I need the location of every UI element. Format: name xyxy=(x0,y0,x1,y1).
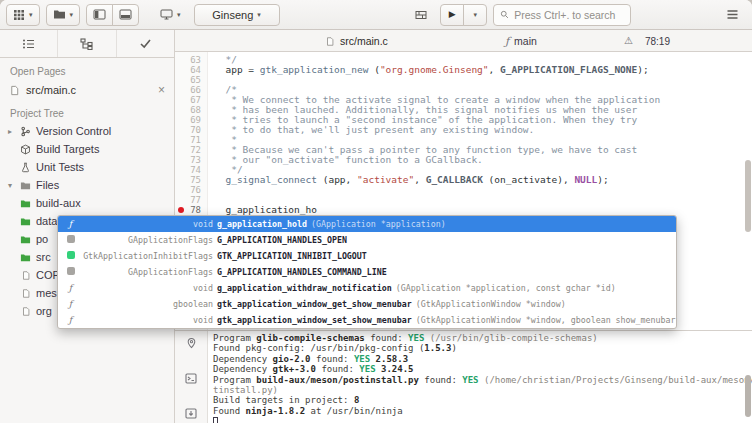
line-number[interactable]: 66 xyxy=(175,85,208,95)
search-input[interactable] xyxy=(514,9,624,21)
code-line[interactable]: 75 g_signal_connect (app, "activate", G_… xyxy=(175,175,752,185)
code-line[interactable]: 76 xyxy=(175,185,752,195)
builder-window: ▾ ▾ ▾ Ginseng ▾ xyxy=(0,0,752,423)
function-icon: ƒ xyxy=(505,35,509,48)
completion-item[interactable]: ƒgbooleangtk_application_window_get_show… xyxy=(58,296,676,312)
line-number[interactable]: 64 xyxy=(175,65,208,75)
open-document-button[interactable]: ▾ xyxy=(46,4,81,26)
completion-item[interactable]: GApplicationFlagsG_APPLICATION_HANDLES_O… xyxy=(58,232,676,248)
code-line[interactable]: 73 * our "on_activate" function to a GCa… xyxy=(175,155,752,165)
flags-icon xyxy=(64,251,77,261)
panel-scrollbar[interactable] xyxy=(745,375,751,417)
toggle-bottom-panel-button[interactable] xyxy=(112,4,139,26)
line-number[interactable]: 63 xyxy=(175,55,208,65)
text-cursor xyxy=(213,417,218,423)
run-config-group: ▾ Ginseng ▾ xyxy=(153,4,280,26)
cursor-position: 78:19 xyxy=(645,36,670,47)
location-pin-icon xyxy=(186,337,197,349)
project-tree-label: Project Tree xyxy=(0,100,174,122)
search-icon xyxy=(500,9,509,20)
line-number[interactable]: 70 xyxy=(175,125,208,135)
error-diagnostic-dot xyxy=(178,207,184,213)
build-output[interactable]: Program glib-compile-schemas found: YES … xyxy=(208,331,752,423)
tree-item-build-targets[interactable]: Build Targets xyxy=(0,140,174,158)
bottom-panel: Program glib-compile-schemas found: YES … xyxy=(175,330,752,423)
line-number[interactable]: 76 xyxy=(175,185,208,195)
completion-name: g_application_withdraw_notification xyxy=(217,283,392,293)
chevron-down-icon: ▾ xyxy=(5,181,15,190)
completion-return-type: gboolean xyxy=(81,299,213,309)
function-icon: ƒ xyxy=(64,283,77,293)
panel-tab-build-log[interactable] xyxy=(185,407,197,422)
sidebar-tab-checks[interactable] xyxy=(117,30,174,57)
file-icon xyxy=(19,306,32,317)
run-button[interactable]: ▶ xyxy=(440,4,464,26)
pages-grid-button[interactable]: ▾ xyxy=(6,4,40,26)
menu-button[interactable] xyxy=(719,4,746,26)
completion-item[interactable]: ƒvoidg_application_hold (GApplication *a… xyxy=(58,216,676,232)
close-page-icon[interactable]: × xyxy=(158,84,165,96)
line-number[interactable]: 65 xyxy=(175,75,208,85)
terminal-icon xyxy=(185,373,197,384)
completion-item[interactable]: ƒvoidgtk_application_window_set_show_men… xyxy=(58,312,676,328)
symbol-breadcrumb[interactable]: ƒ main xyxy=(505,30,537,52)
panel-toggles xyxy=(86,4,139,26)
completion-item[interactable]: GtkApplicationInhibitFlagsGTK_APPLICATIO… xyxy=(58,248,676,264)
tree-item-label: Build Targets xyxy=(36,143,99,155)
omnibar-button[interactable]: Ginseng ▾ xyxy=(194,4,280,26)
line-number[interactable]: 78 xyxy=(175,205,208,215)
device-button[interactable]: ▾ xyxy=(153,4,188,26)
header-bar: ▾ ▾ ▾ Ginseng ▾ xyxy=(0,0,752,30)
panel-tab-messages[interactable] xyxy=(186,337,197,352)
line-number[interactable]: 71 xyxy=(175,135,208,145)
panel-tab-terminal[interactable] xyxy=(185,372,197,387)
tree-item-unit-tests[interactable]: Unit Tests xyxy=(0,158,174,176)
run-options-button[interactable]: ▾ xyxy=(463,4,487,26)
tree-item-label: src xyxy=(36,251,51,263)
sidebar-tab-tree[interactable] xyxy=(58,30,116,57)
tree-item-label: Files xyxy=(36,179,59,191)
caret-down-icon: ▾ xyxy=(473,11,477,18)
tree-item-files[interactable]: ▾Files xyxy=(0,176,174,194)
open-page-item[interactable]: src/main.c × xyxy=(0,80,174,100)
tree-item-label: build-aux xyxy=(36,197,81,209)
code-line[interactable]: 78 g_application_ho xyxy=(175,205,752,215)
flags-icon xyxy=(64,267,77,277)
code-lines: 63 */64 app = gtk_application_new ("org.… xyxy=(175,55,752,215)
line-number[interactable]: 75 xyxy=(175,175,208,185)
bottom-panel-icon xyxy=(119,9,132,20)
branch-icon xyxy=(19,126,32,137)
project-tree: ▸Version ControlBuild TargetsUnit Tests▾… xyxy=(0,122,174,194)
line-number[interactable]: 77 xyxy=(175,195,208,205)
completion-popup[interactable]: ƒvoidg_application_hold (GApplication *a… xyxy=(57,215,677,329)
completion-item[interactable]: ƒvoidg_application_withdraw_notification… xyxy=(58,280,676,296)
chevron-right-icon: ▸ xyxy=(5,127,15,136)
line-number[interactable]: 73 xyxy=(175,155,208,165)
global-search[interactable] xyxy=(493,4,631,26)
build-button[interactable] xyxy=(408,4,434,26)
line-number[interactable]: 67 xyxy=(175,95,208,105)
code-line[interactable]: 65 xyxy=(175,75,752,85)
cursor-status-group: ⚠ 78:19 xyxy=(624,30,670,52)
folder-icon xyxy=(19,180,32,191)
sidebar-tab-pages[interactable] xyxy=(0,30,58,57)
toggle-left-panel-button[interactable] xyxy=(86,4,113,26)
completion-item[interactable]: GApplicationFlagsG_APPLICATION_HANDLES_C… xyxy=(58,264,676,280)
line-number[interactable]: 74 xyxy=(175,165,208,175)
checkmark-icon xyxy=(139,38,152,49)
tree-item-version-control[interactable]: ▸Version Control xyxy=(0,122,174,140)
project-name: Ginseng xyxy=(212,9,253,21)
symbol-name: main xyxy=(514,35,537,47)
function-icon: ƒ xyxy=(64,315,77,325)
warning-icon[interactable]: ⚠ xyxy=(624,36,633,46)
editor-scrollbar[interactable] xyxy=(745,160,751,232)
code-text: app = gtk_application_new ("org.gnome.Gi… xyxy=(208,65,649,75)
tab-title[interactable]: src/main.c xyxy=(325,30,388,52)
line-number[interactable]: 69 xyxy=(175,115,208,125)
code-line[interactable]: 64 app = gtk_application_new ("org.gnome… xyxy=(175,65,752,75)
code-line[interactable]: 70 * to do that, we'll just present any … xyxy=(175,125,752,135)
line-number[interactable]: 72 xyxy=(175,145,208,155)
line-number[interactable]: 68 xyxy=(175,105,208,115)
code-text: * our "on_activate" function to a GCallb… xyxy=(208,155,483,165)
tree-file-build-aux[interactable]: build-aux xyxy=(0,194,174,212)
